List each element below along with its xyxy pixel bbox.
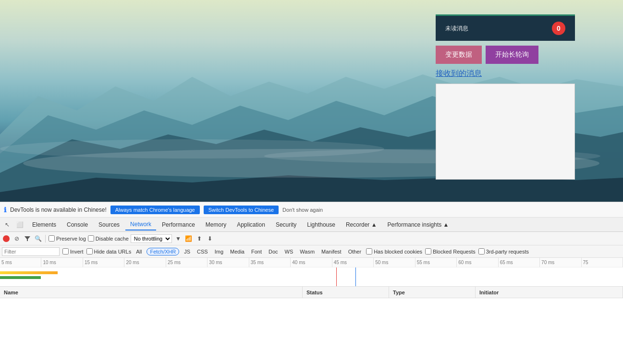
- filter-img[interactable]: Img: [213, 248, 225, 255]
- tab-security[interactable]: Security: [271, 219, 301, 230]
- filter-other[interactable]: Other: [346, 248, 364, 255]
- cursor-icon[interactable]: ↖: [2, 219, 12, 230]
- red-marker: [336, 267, 337, 287]
- tick-5ms: 5 ms: [0, 258, 41, 267]
- disable-cache-checkbox[interactable]: [88, 235, 94, 242]
- dont-show-again-button[interactable]: Don't show again: [282, 207, 323, 213]
- search-button[interactable]: 🔍: [34, 234, 42, 243]
- filter-wasm[interactable]: Wasm: [298, 248, 317, 255]
- disable-cache-label[interactable]: Disable cache: [88, 235, 129, 242]
- tab-memory[interactable]: Memory: [201, 219, 231, 230]
- switch-chinese-button[interactable]: Switch DevTools to Chinese: [204, 206, 279, 214]
- tick-35ms: 35 ms: [249, 258, 291, 267]
- filter-ws[interactable]: WS: [283, 248, 295, 255]
- tick-65ms: 65 ms: [499, 258, 540, 267]
- filter-manifest[interactable]: Manifest: [319, 248, 343, 255]
- timeline-ruler: 5 ms 10 ms 15 ms 20 ms 25 ms 30 ms 35 ms…: [0, 258, 623, 267]
- stop-recording-button[interactable]: ⊘: [12, 234, 21, 243]
- unread-label: 未读消息: [445, 24, 468, 33]
- wifi-icon[interactable]: 📶: [184, 234, 193, 243]
- network-toolbar: ⊘ 🔍 Preserve log Disable cache No thrott…: [0, 232, 623, 245]
- match-language-button[interactable]: Always match Chrome's language: [110, 206, 200, 214]
- devtools-panel: ℹ DevTools is now available in Chinese! …: [0, 202, 623, 364]
- devtools-tabs: ↖ ⬜ Elements Console Sources Network Per…: [0, 218, 623, 232]
- timeline-area[interactable]: 5 ms 10 ms 15 ms 20 ms 25 ms 30 ms 35 ms…: [0, 258, 623, 287]
- green-bar: [0, 276, 41, 279]
- preserve-log-checkbox[interactable]: [49, 235, 55, 242]
- svg-marker-8: [24, 236, 30, 241]
- blue-marker: [355, 267, 356, 287]
- tick-10ms: 10 ms: [41, 258, 83, 267]
- tick-75ms: 75: [582, 258, 623, 267]
- header-name[interactable]: Name: [0, 287, 303, 298]
- tab-performance-insights[interactable]: Performance insights ▲: [383, 219, 454, 230]
- tick-55ms: 55 ms: [415, 258, 457, 267]
- throttle-select[interactable]: No throttling: [131, 234, 172, 243]
- filter-row: Invert Hide data URLs All Fetch/XHR JS C…: [0, 245, 623, 258]
- hide-data-urls-checkbox[interactable]: [86, 248, 93, 255]
- filter-input[interactable]: [2, 247, 60, 256]
- blocked-requests-checkbox[interactable]: [425, 248, 431, 255]
- message-box[interactable]: [436, 84, 575, 180]
- tick-20ms: 20 ms: [124, 258, 166, 267]
- third-party-label[interactable]: 3rd-party requests: [478, 248, 529, 255]
- yellow-bar: [0, 271, 58, 274]
- tick-50ms: 50 ms: [374, 258, 415, 267]
- page-background: 未读消息 0 变更数据 开始长轮询 接收到的消息: [0, 0, 623, 202]
- filter-button[interactable]: [23, 234, 32, 243]
- tab-console[interactable]: Console: [62, 219, 93, 230]
- tab-elements[interactable]: Elements: [27, 219, 61, 230]
- invert-label[interactable]: Invert: [62, 248, 84, 255]
- filter-js[interactable]: JS: [182, 248, 192, 255]
- app-ui-overlay: 未读消息 0 变更数据 开始长轮询 接收到的消息: [436, 14, 575, 180]
- infobar-text: DevTools is now available in Chinese!: [10, 206, 107, 213]
- filter-fetch-xhr[interactable]: Fetch/XHR: [147, 248, 179, 255]
- tick-70ms: 70 ms: [540, 258, 581, 267]
- tick-15ms: 15 ms: [83, 258, 124, 267]
- hide-data-urls-label[interactable]: Hide data URLs: [86, 248, 132, 255]
- record-circle-icon: [3, 235, 10, 242]
- record-button[interactable]: [2, 234, 11, 243]
- tab-lighthouse[interactable]: Lighthouse: [302, 219, 340, 230]
- header-status[interactable]: Status: [303, 287, 389, 298]
- devtools-infobar: ℹ DevTools is now available in Chinese! …: [0, 202, 623, 218]
- unread-badge: 0: [552, 22, 565, 35]
- header-initiator[interactable]: Initiator: [476, 287, 623, 298]
- tick-40ms: 40 ms: [291, 258, 332, 267]
- tab-network[interactable]: Network: [125, 219, 156, 231]
- filter-font[interactable]: Font: [249, 248, 264, 255]
- has-blocked-cookies-checkbox[interactable]: [366, 248, 372, 255]
- info-icon: ℹ: [4, 206, 6, 214]
- filter-media[interactable]: Media: [228, 248, 246, 255]
- received-messages-label: 接收到的消息: [436, 69, 575, 79]
- header-type[interactable]: Type: [389, 287, 476, 298]
- filter-css[interactable]: CSS: [195, 248, 210, 255]
- download-icon[interactable]: ⬇: [206, 234, 214, 243]
- filter-icon: [24, 235, 31, 242]
- blocked-requests-label[interactable]: Blocked Requests: [425, 248, 476, 255]
- tab-sources[interactable]: Sources: [94, 219, 124, 230]
- upload-icon[interactable]: ⬆: [195, 234, 204, 243]
- tick-45ms: 45 ms: [332, 258, 374, 267]
- filter-all[interactable]: All: [134, 248, 144, 255]
- tick-30ms: 30 ms: [208, 258, 249, 267]
- network-table-body[interactable]: [0, 298, 623, 364]
- has-blocked-cookies-label[interactable]: Has blocked cookies: [366, 248, 422, 255]
- tick-25ms: 25 ms: [166, 258, 208, 267]
- unread-bar: 未读消息 0: [436, 14, 575, 41]
- start-longpoll-button[interactable]: 开始长轮询: [486, 46, 538, 64]
- change-data-button[interactable]: 变更数据: [436, 46, 482, 64]
- timeline-bars: [0, 267, 623, 287]
- tick-60ms: 60 ms: [457, 258, 498, 267]
- network-table-header: Name Status Type Initiator: [0, 287, 623, 298]
- device-toolbar-icon[interactable]: ⬜: [13, 219, 26, 230]
- tab-performance[interactable]: Performance: [157, 219, 200, 230]
- throttle-arrow-icon[interactable]: ▼: [174, 234, 183, 243]
- tab-recorder[interactable]: Recorder ▲: [341, 219, 382, 230]
- third-party-checkbox[interactable]: [478, 248, 485, 255]
- invert-checkbox[interactable]: [62, 248, 69, 255]
- tab-application[interactable]: Application: [232, 219, 270, 230]
- separator-1: [45, 235, 46, 243]
- filter-doc[interactable]: Doc: [267, 248, 280, 255]
- preserve-log-label[interactable]: Preserve log: [49, 235, 86, 242]
